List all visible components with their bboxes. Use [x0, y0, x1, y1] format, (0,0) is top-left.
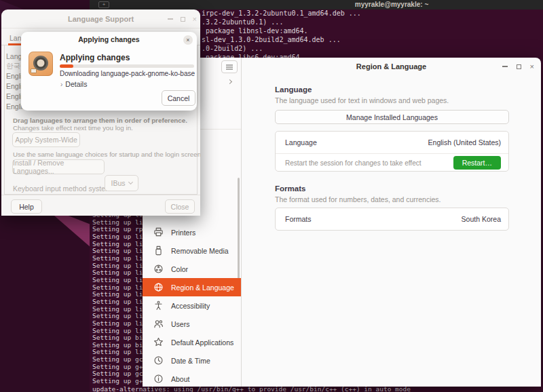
startup-hint: Use the same language choices for startu…	[13, 151, 200, 158]
window-controls: ×	[502, 58, 534, 75]
clock-icon	[153, 355, 164, 366]
hamburger-icon	[225, 64, 233, 71]
restart-button[interactable]: Restart…	[453, 156, 501, 170]
sidebar-item-list: PrintersRemovable MediaColorRegion & Lan…	[143, 223, 241, 387]
sidebar-item-users[interactable]: Users	[143, 315, 241, 333]
settings-window-title: Region & Language	[242, 58, 541, 75]
language-section-description: The language used for text in windows an…	[275, 96, 449, 104]
language-package-icon	[29, 52, 53, 76]
terminal-output-left: Setting up liSetting up liSetting up rpS…	[92, 212, 143, 385]
usb-drive-icon	[153, 246, 164, 256]
manage-installed-languages-button[interactable]: Manage Installed Languages	[275, 110, 509, 124]
chevron-right-icon	[227, 79, 232, 84]
window-controls: ×	[168, 9, 197, 28]
language-card: Language English (United States) Restart…	[275, 131, 509, 172]
formats-card: Formats South Korea	[275, 208, 509, 231]
language-row-value: English (United States)	[428, 138, 501, 146]
sidebar-item-region-language[interactable]: Region & Language	[143, 278, 241, 296]
details-expander[interactable]: ›Details	[60, 80, 87, 88]
changes-hint: Changes take effect next time you log in…	[13, 124, 133, 132]
help-button[interactable]: Help	[11, 199, 42, 214]
users-icon	[153, 319, 164, 329]
sidebar-item-label: Removable Media	[171, 247, 229, 255]
ibus-dropdown[interactable]: IBus	[105, 175, 138, 191]
ibus-dropdown-value: IBus	[111, 179, 125, 187]
package-label-icon	[31, 68, 37, 73]
terminal-headerbar: + myyrakle@myyrakle: ~	[90, 0, 543, 9]
close-icon[interactable]: ×	[193, 16, 197, 23]
sidebar-item-label: Default Applications	[171, 338, 233, 347]
language-row[interactable]: Language English (United States)	[276, 132, 508, 153]
formats-row-value: South Korea	[462, 215, 501, 223]
chevron-down-icon	[128, 180, 132, 184]
apply-system-wide-button[interactable]: Apply System-Wide	[12, 132, 80, 147]
progress-bar	[60, 64, 194, 68]
dialog-title: Applying changes	[60, 53, 130, 62]
hamburger-menu-button[interactable]	[221, 60, 238, 73]
details-label: Details	[65, 80, 87, 88]
sidebar-item-about[interactable]: About	[143, 370, 241, 387]
formats-row[interactable]: Formats South Korea	[276, 208, 508, 230]
footer-separator	[1, 195, 200, 195]
sidebar-item-label: Users	[171, 320, 189, 328]
new-tab-icon[interactable]: +	[98, 1, 109, 8]
language-section-title: Language	[275, 85, 312, 94]
keyboard-input-label: Keyboard input method system:	[13, 184, 113, 193]
download-status: Downloading language-pack-gnome-ko-base	[60, 70, 195, 77]
minimize-icon[interactable]	[168, 18, 173, 19]
minimize-icon[interactable]	[502, 66, 508, 66]
printer-icon	[153, 227, 164, 237]
cancel-button[interactable]: Cancel	[162, 90, 195, 106]
sidebar-item-accessibility[interactable]: Accessibility	[143, 296, 241, 315]
terminal-output-top: irpc-dev_1.3.2-2ubuntu0.1_amd64.deb ....…	[202, 9, 361, 62]
install-remove-languages-button[interactable]: Install / Remove Languages...	[12, 159, 105, 174]
maximize-icon[interactable]	[181, 17, 185, 22]
restart-row: Restart the session for changes to take …	[276, 154, 508, 172]
sidebar-item-label: Region & Language	[171, 283, 234, 292]
info-icon	[153, 374, 164, 384]
sidebar-item-color[interactable]: Color	[143, 260, 241, 278]
sidebar-item-label: Color	[171, 265, 188, 273]
accessibility-icon	[153, 300, 164, 311]
gear-icon	[35, 57, 47, 68]
color-wheel-icon	[153, 264, 164, 274]
sidebar-item-removable-media[interactable]: Removable Media	[143, 241, 241, 260]
sidebar-item-printers[interactable]: Printers	[143, 223, 241, 241]
dialog-header-title: Applying changes	[21, 32, 197, 43]
settings-main-panel: Region & Language × Language The languag…	[242, 58, 541, 387]
language-support-headerbar: Language Support ×	[1, 9, 200, 28]
star-icon	[153, 337, 164, 347]
sidebar-item-default-applications[interactable]: Default Applications	[143, 333, 241, 351]
sidebar-item-label: Date & Time	[171, 357, 210, 365]
sidebar-item-date-time[interactable]: Date & Time	[143, 351, 241, 370]
formats-section-description: The format used for numbers, dates, and …	[275, 195, 441, 203]
sidebar-item-label: Accessibility	[171, 302, 210, 310]
formats-section-title: Formats	[275, 184, 305, 193]
close-icon[interactable]: ×	[530, 63, 534, 71]
language-row-label: Language	[285, 138, 317, 146]
drag-hint: Drag languages to arrange them in order …	[13, 117, 187, 124]
applying-changes-dialog: Applying changes × Applying changes Down…	[21, 32, 197, 111]
close-button[interactable]: Close	[165, 199, 195, 214]
chevron-right-icon: ›	[60, 81, 62, 88]
settings-window: PrintersRemovable MediaColorRegion & Lan…	[143, 58, 541, 387]
desktop: + myyrakle@myyrakle: ~ irpc-dev_1.3.2-2u…	[0, 0, 543, 392]
formats-row-label: Formats	[285, 215, 312, 223]
maximize-icon[interactable]	[517, 64, 521, 69]
sidebar-item-label: About	[171, 375, 189, 383]
restart-hint: Restart the session for changes to take …	[285, 159, 421, 167]
dialog-close-icon[interactable]: ×	[183, 35, 193, 45]
settings-headerbar: Region & Language ×	[242, 58, 541, 75]
sidebar-item-label: Printers	[171, 229, 195, 237]
globe-icon	[153, 282, 164, 292]
terminal-title: myyrakle@myyrakle: ~	[355, 1, 428, 8]
progress-fill	[60, 64, 73, 68]
